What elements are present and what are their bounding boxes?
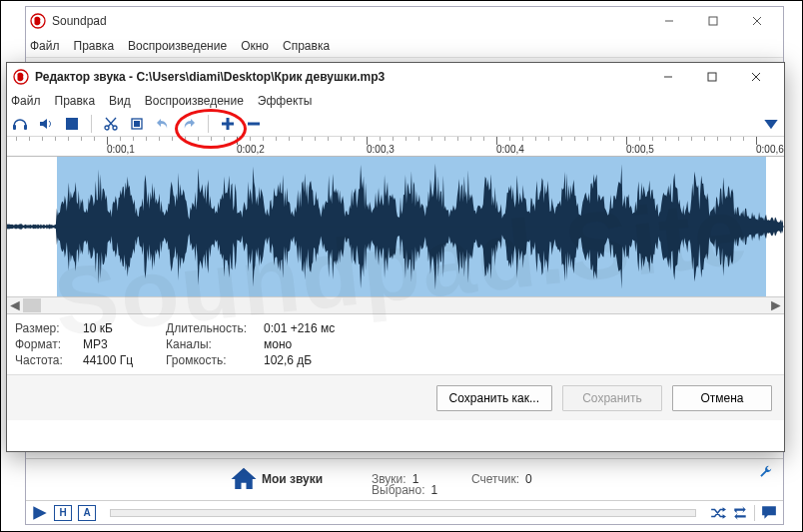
svg-rect-8 [708,73,716,81]
main-menubar: Файл Правка Воспроизведение Окно Справка [26,35,783,57]
waveform-area[interactable] [7,157,784,296]
waveform [7,157,784,296]
zoom-out-icon[interactable] [245,115,263,133]
main-menu-help[interactable]: Справка [283,39,330,53]
volume-label: Громкость: [166,352,256,368]
editor-toolbar [7,111,784,137]
cut-icon[interactable] [102,115,120,133]
duration-label: Длительность: [166,320,256,336]
editor-app-icon [13,69,29,85]
svg-marker-23 [764,120,777,129]
svg-rect-12 [24,125,27,130]
scroll-right-icon[interactable]: ► [768,297,784,313]
svg-rect-2 [709,17,717,25]
editor-maximize-button[interactable] [690,63,734,91]
main-minimize-button[interactable] [647,7,691,35]
app-icon [30,13,46,29]
svg-rect-13 [66,118,78,130]
crop-icon[interactable] [128,115,146,133]
editor-minimize-button[interactable] [646,63,690,91]
shuffle-icon[interactable] [710,505,726,521]
channels-value: моно [264,336,292,352]
channels-label: Каналы: [166,336,256,352]
category-name[interactable]: Мои звуки [262,472,372,486]
headphones-icon[interactable] [11,115,29,133]
dialog-button-bar: Сохранить как... Сохранить Отмена [7,374,784,420]
home-icon [226,461,262,497]
duration-value: 0:01 +216 мс [264,320,335,336]
horizontal-scrollbar[interactable]: ◄ ► [7,296,784,314]
speech-bubble-icon[interactable] [761,505,777,521]
badge-h[interactable]: Н [54,505,72,521]
counter-value: 0 [525,472,532,486]
play-strip: Н А [26,500,783,524]
editor-menu-play[interactable]: Воспроизведение [145,94,244,108]
progress-bar[interactable] [110,509,696,517]
svg-rect-19 [134,121,140,127]
editor-menubar: Файл Правка Вид Воспроизведение Эффекты [7,91,784,111]
editor-menu-effects[interactable]: Эффекты [258,94,313,108]
size-value: 10 кБ [83,320,158,336]
stop-icon[interactable] [63,115,81,133]
main-title: Soundpad [52,14,107,28]
svg-marker-5 [33,506,46,519]
editor-close-button[interactable] [734,63,778,91]
scroll-left-icon[interactable]: ◄ [7,297,23,313]
main-menu-window[interactable]: Окно [241,39,269,53]
size-label: Размер: [15,320,75,336]
main-close-button[interactable] [735,7,779,35]
format-value: MP3 [83,336,158,352]
scrollbar-track[interactable] [41,298,768,312]
repeat-icon[interactable] [732,505,748,521]
category-row: Мои звуки Звуки:1 Счетчик:0 Выбрано:1 [226,461,777,497]
time-ruler[interactable]: 0:00,10:00,20:00,30:00,40:00,50:00,6 [7,137,784,157]
redo-icon[interactable] [180,115,198,133]
main-menu-play[interactable]: Воспроизведение [128,39,227,53]
main-bottom-panel: Мои звуки Звуки:1 Счетчик:0 Выбрано:1 Н … [26,458,783,524]
editor-menu-view[interactable]: Вид [109,94,131,108]
scrollbar-thumb[interactable] [23,298,41,312]
undo-icon[interactable] [154,115,172,133]
sound-editor-window: Редактор звука - C:\Users\diami\Desktop\… [6,62,785,452]
wrench-icon[interactable] [759,465,773,482]
freq-label: Частота: [15,352,75,368]
badge-a[interactable]: А [78,505,96,521]
editor-title: Редактор звука - C:\Users\diami\Desktop\… [35,70,385,84]
selected-value: 1 [430,483,437,497]
counter-label: Счетчик: [471,472,519,486]
main-menu-edit[interactable]: Правка [74,39,115,53]
cancel-button[interactable]: Отмена [672,385,772,411]
editor-menu-file[interactable]: Файл [11,94,41,108]
format-label: Формат: [15,336,75,352]
freq-value: 44100 Гц [83,352,158,368]
main-maximize-button[interactable] [691,7,735,35]
main-menu-file[interactable]: Файл [30,39,60,53]
volume-value: 102,6 дБ [264,352,312,368]
save-as-button[interactable]: Сохранить как... [436,385,552,411]
marker-dropdown-icon[interactable] [762,115,780,133]
editor-titlebar: Редактор звука - C:\Users\diami\Desktop\… [7,63,784,91]
editor-menu-edit[interactable]: Правка [55,94,96,108]
zoom-in-icon[interactable] [219,115,237,133]
play-icon[interactable] [32,505,48,521]
svg-rect-11 [13,125,16,130]
file-info-panel: Размер: 10 кБ Длительность: 0:01 +216 мс… [7,314,784,374]
speaker-icon[interactable] [37,115,55,133]
save-button: Сохранить [562,385,662,411]
main-titlebar: Soundpad [26,7,783,35]
selected-label: Выбрано: [372,483,424,497]
